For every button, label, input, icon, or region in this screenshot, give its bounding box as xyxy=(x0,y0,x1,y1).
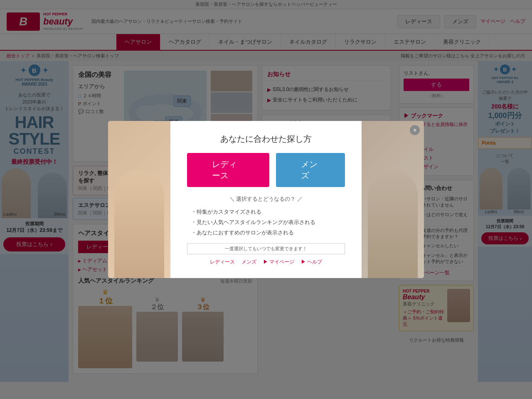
modal-footer-links: レディース メンズ ▶ マイページ ▶ ヘルプ xyxy=(187,259,345,266)
modal-gender-buttons: レディース メンズ xyxy=(187,153,345,187)
modal-title: あなたに合わせた探し方 xyxy=(187,133,345,145)
modal-benefit-3: ・あなたにおすすめのサロンが表示される xyxy=(191,228,345,238)
modal-mens-link[interactable]: メンズ xyxy=(241,259,256,266)
modal-benefit-1: ・特集がカスタマイズされる xyxy=(191,207,345,217)
modal-ladies-button[interactable]: レディース xyxy=(187,153,269,187)
modal-overlay[interactable]: × あなたに合わせた探し方 レディース メンズ ＼ 選択するとどうなるの？ ／ … xyxy=(0,0,532,382)
modal-benefits-list: ・特集がカスタマイズされる ・見たい人気ヘアスタイルランキングが表示される ・あ… xyxy=(187,207,345,238)
modal-help-link[interactable]: ▶ ヘルプ xyxy=(301,259,322,266)
modal-note: 一度選択してもいつでも変更できます！ xyxy=(187,243,345,254)
modal-mens-button[interactable]: メンズ xyxy=(276,153,345,187)
modal-ladies-link[interactable]: レディース xyxy=(210,259,235,266)
modal-benefit-2: ・見たい人気ヘアスタイルランキングが表示される xyxy=(191,217,345,228)
modal-mypage-link[interactable]: ▶ マイページ xyxy=(263,259,294,266)
modal-question: ＼ 選択するとどうなるの？ ／ xyxy=(187,195,345,203)
modal-dialog: × あなたに合わせた探し方 レディース メンズ ＼ 選択するとどうなるの？ ／ … xyxy=(108,121,424,278)
